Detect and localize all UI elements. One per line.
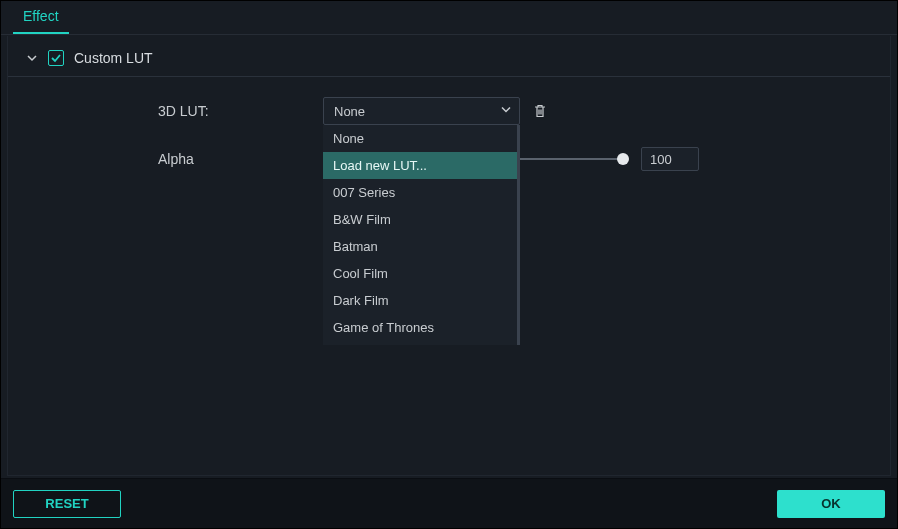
form-area: 3D LUT: None NoneLoad new LUT...007 Seri… bbox=[8, 77, 890, 171]
lut-dropdown[interactable]: NoneLoad new LUT...007 SeriesB&W FilmBat… bbox=[323, 125, 520, 345]
trash-icon[interactable] bbox=[532, 103, 548, 119]
footer: RESET OK bbox=[1, 478, 897, 528]
lut-option[interactable]: B&W Film bbox=[323, 206, 517, 233]
lut-option[interactable]: Dark Film bbox=[323, 287, 517, 314]
lut-option[interactable]: None bbox=[323, 125, 517, 152]
label-3d-lut: 3D LUT: bbox=[158, 103, 323, 119]
label-alpha: Alpha bbox=[158, 151, 323, 167]
effect-panel: Effect Custom LUT 3D LUT: None bbox=[0, 0, 898, 529]
ok-button[interactable]: OK bbox=[777, 490, 885, 518]
lut-select[interactable]: None bbox=[323, 97, 520, 125]
lut-select-value: None bbox=[334, 104, 365, 119]
section-title: Custom LUT bbox=[74, 50, 153, 66]
tab-effect[interactable]: Effect bbox=[13, 0, 69, 34]
reset-button[interactable]: RESET bbox=[13, 490, 121, 518]
slider-thumb[interactable] bbox=[617, 153, 629, 165]
chevron-down-icon[interactable] bbox=[26, 52, 38, 64]
tab-bar: Effect bbox=[1, 1, 897, 35]
lut-option[interactable]: Batman bbox=[323, 233, 517, 260]
alpha-input[interactable] bbox=[641, 147, 699, 171]
panel-body: Custom LUT 3D LUT: None NoneLoad new LUT… bbox=[7, 36, 891, 476]
row-alpha: Alpha bbox=[158, 147, 890, 171]
lut-option[interactable]: Cool Film bbox=[323, 260, 517, 287]
chevron-down-icon bbox=[500, 104, 512, 119]
lut-option[interactable]: Load new LUT... bbox=[323, 152, 517, 179]
lut-select-wrap: None NoneLoad new LUT...007 SeriesB&W Fi… bbox=[323, 97, 520, 125]
lut-option[interactable]: 007 Series bbox=[323, 179, 517, 206]
row-3d-lut: 3D LUT: None NoneLoad new LUT...007 Seri… bbox=[158, 97, 890, 125]
lut-option[interactable]: Game of Thrones bbox=[323, 314, 517, 341]
lut-option[interactable]: Gravity bbox=[323, 341, 517, 345]
custom-lut-checkbox[interactable] bbox=[48, 50, 64, 66]
section-header: Custom LUT bbox=[8, 36, 890, 77]
